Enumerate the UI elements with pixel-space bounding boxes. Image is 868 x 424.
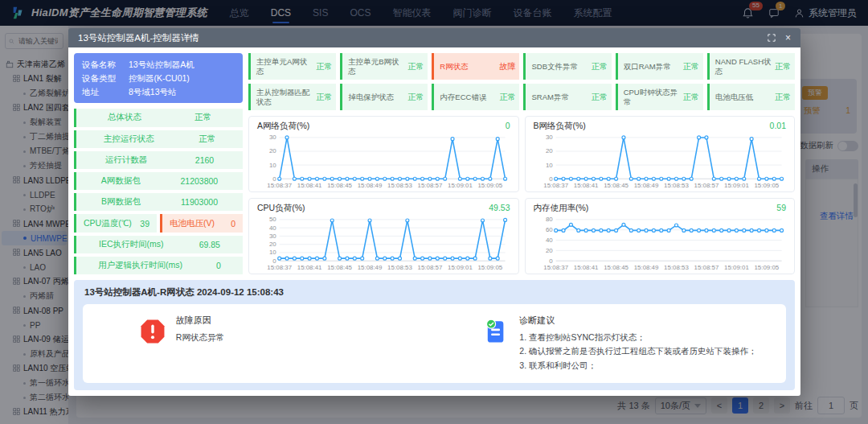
svg-text:15:08:57: 15:08:57 <box>694 182 719 189</box>
svg-text:15:08:37: 15:08:37 <box>267 264 292 271</box>
badge-value: 正常 <box>683 92 699 103</box>
badge-value: 正常 <box>592 92 608 103</box>
svg-text:15:09:05: 15:09:05 <box>754 264 779 271</box>
alarm-card: 故障原因 R网状态异常 诊断建议 <box>83 304 786 383</box>
stat-CPU温度(℃): CPU温度(℃)39 <box>74 214 157 232</box>
status-badge-SDB文件异常: SDB文件异常正常 <box>523 53 611 80</box>
device-address-label: 地址 <box>82 85 129 99</box>
stat-row: IEC执行时间(ms)69.85 <box>74 236 243 253</box>
status-badges-grid: 主控单元A网状态正常主控单元B网状态正常R网状态故障SDB文件异常正常双口RAM… <box>248 53 795 110</box>
stat-row: CPU温度(℃)39电池电压(V)0 <box>74 214 243 232</box>
status-badge-CPU时钟状态异常: CPU时钟状态异常正常 <box>616 84 703 110</box>
close-button[interactable]: × <box>785 33 791 43</box>
stat-label: 运行计数器 <box>105 154 148 166</box>
stat-label: 用户逻辑执行时间(ms) <box>98 260 182 271</box>
svg-text:15:08:57: 15:08:57 <box>694 264 719 271</box>
chart-head: CPU负荷(%)49.53 <box>256 201 512 215</box>
svg-text:40: 40 <box>269 224 276 232</box>
suggestion-item-1: 1. 查看控制站SYNC指示灯状态； <box>519 331 756 344</box>
svg-text:50: 50 <box>269 216 276 223</box>
stat-row: 总体状态正常 <box>74 109 243 126</box>
svg-text:15:08:37: 15:08:37 <box>543 264 568 271</box>
badge-value: 正常 <box>316 61 332 72</box>
stat-label: 主控运行状态 <box>104 134 154 145</box>
status-badge-NAND FLASH状态: NAND FLASH状态正常 <box>707 53 795 80</box>
svg-text:15:08:45: 15:08:45 <box>604 264 628 271</box>
device-info-card: 设备名称 13号站控制器A机 设备类型 控制器(K-CU01) 地址 8号域13… <box>74 53 243 103</box>
modal-title: 13号站控制器A机-控制器详情 <box>78 32 199 44</box>
badge-label: SDB文件异常 <box>531 62 588 71</box>
stat-主控运行状态: 主控运行状态正常 <box>74 130 243 148</box>
device-address-value: 8号域13号站 <box>129 85 177 99</box>
svg-text:10: 10 <box>545 162 552 169</box>
chart-plot: 010203015:08:3715:08:4115:08:4515:08:491… <box>256 133 512 190</box>
svg-text:15:08:53: 15:08:53 <box>387 182 412 189</box>
stat-总体状态: 总体状态正常 <box>74 109 243 126</box>
svg-text:15:08:41: 15:08:41 <box>573 264 598 271</box>
chart-title: 内存使用率(%) <box>534 203 589 214</box>
stat-value: 21203800 <box>180 176 218 186</box>
badge-label: R网状态 <box>440 62 497 71</box>
stat-label: 电池电压(V) <box>170 218 215 229</box>
status-badge-掉电保护状态: 掉电保护状态正常 <box>340 84 428 110</box>
chart-head: A网络负荷(%)0 <box>256 119 512 133</box>
stat-IEC执行时间(ms): IEC执行时间(ms)69.85 <box>74 236 243 253</box>
charts-grid: A网络负荷(%)0010203015:08:3715:08:4115:08:45… <box>248 116 795 274</box>
chart-plot: 0102030405015:08:3715:08:4115:08:4515:08… <box>256 215 512 272</box>
app-root: HialDM资产全生命周期智慧管理系统 总览DCSSISOCS智能仪表阀门诊断设… <box>0 0 868 424</box>
stat-row: 运行计数器2160 <box>74 151 243 169</box>
svg-text:10: 10 <box>269 162 276 169</box>
badge-value: 正常 <box>407 92 424 103</box>
alarm-title: 13号站控制器A机-R网状态 2024-09-12 15:08:43 <box>83 286 786 304</box>
diagnosis-doc-icon <box>482 316 510 347</box>
stat-value: 正常 <box>199 134 215 145</box>
badge-label: 掉电保护状态 <box>348 93 405 101</box>
svg-text:30: 30 <box>545 134 552 141</box>
stat-row: B网数据包11903000 <box>74 193 243 211</box>
badge-label: 内存ECC错误 <box>440 93 497 101</box>
suggestion-item-3: 3. 联系和利时公司； <box>519 359 756 373</box>
status-badge-内存ECC错误: 内存ECC错误正常 <box>432 84 519 110</box>
fullscreen-button[interactable] <box>768 34 776 42</box>
svg-text:15:08:53: 15:08:53 <box>387 264 412 271</box>
stat-运行计数器: 运行计数器2160 <box>74 151 243 169</box>
chart-current-value: 59 <box>776 203 786 214</box>
fullscreen-icon <box>768 34 776 42</box>
chart-head: B网络负荷(%)0.01 <box>532 119 788 133</box>
status-badge-主控单元B网状态: 主控单元B网状态正常 <box>340 53 428 80</box>
svg-text:20: 20 <box>545 147 552 154</box>
chart-plot: 02040608015:08:3715:08:4115:08:4515:08:4… <box>532 215 788 272</box>
chart-cpu-load: CPU负荷(%)49.530102030405015:08:3715:08:41… <box>248 198 519 274</box>
status-badge-主控单元A网状态: 主控单元A网状态正常 <box>248 53 336 80</box>
chart-title: CPU负荷(%) <box>257 203 305 214</box>
svg-text:15:08:37: 15:08:37 <box>267 182 292 189</box>
svg-text:15:08:49: 15:08:49 <box>633 182 658 189</box>
badge-label: 主从控制器匹配状态 <box>256 88 313 106</box>
svg-text:10: 10 <box>269 249 276 256</box>
fault-octagon-icon <box>139 316 166 347</box>
stat-用户逻辑执行时间(ms): 用户逻辑执行时间(ms)0 <box>74 257 243 274</box>
chart-a-net-load: A网络负荷(%)0010203015:08:3715:08:4115:08:45… <box>248 116 519 192</box>
badge-label: SRAM异常 <box>531 93 588 101</box>
badge-value: 正常 <box>775 61 791 72</box>
svg-text:15:08:41: 15:08:41 <box>297 264 322 271</box>
stat-B网数据包: B网数据包11903000 <box>74 193 243 211</box>
fault-reason-block: 故障原因 R网状态异常 <box>91 315 435 373</box>
chart-plot: 010203015:08:3715:08:4115:08:4515:08:491… <box>532 133 788 190</box>
alarm-detail-section: 13号站控制器A机-R网状态 2024-09-12 15:08:43 故障原因 … <box>74 280 795 390</box>
badge-label: CPU时钟状态异常 <box>624 88 681 106</box>
svg-text:20: 20 <box>269 147 276 154</box>
svg-text:15:08:49: 15:08:49 <box>633 264 658 271</box>
stat-value: 11903000 <box>181 197 218 207</box>
svg-text:40: 40 <box>545 237 552 244</box>
status-badge-主从控制器匹配状态: 主从控制器匹配状态正常 <box>248 84 336 110</box>
suggestion-title: 诊断建议 <box>519 315 756 327</box>
svg-text:15:09:01: 15:09:01 <box>724 264 749 271</box>
stat-row: A网数据包21203800 <box>74 172 243 190</box>
stat-label: CPU温度(℃) <box>84 218 132 229</box>
device-type-label: 设备类型 <box>82 72 129 85</box>
fault-reason-text: R网状态异常 <box>176 331 224 344</box>
stat-value: 39 <box>140 219 149 228</box>
device-status-column: 设备名称 13号站控制器A机 设备类型 控制器(K-CU01) 地址 8号域13… <box>74 53 243 274</box>
badge-label: 主控单元A网状态 <box>256 57 313 76</box>
